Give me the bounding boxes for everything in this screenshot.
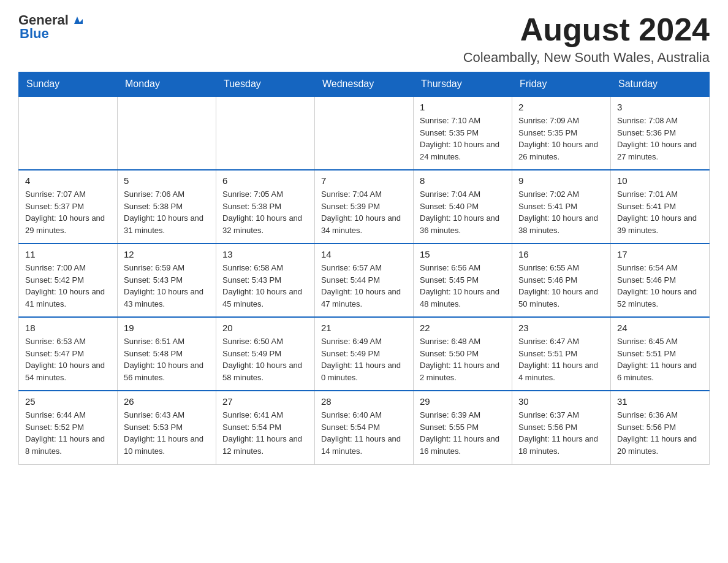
day-number: 31 [617, 396, 703, 407]
calendar-cell: 23Sunrise: 6:47 AMSunset: 5:51 PMDayligh… [512, 317, 611, 391]
day-number: 17 [617, 249, 703, 259]
calendar-cell: 6Sunrise: 7:05 AMSunset: 5:38 PMDaylight… [216, 170, 315, 243]
calendar-cell: 13Sunrise: 6:58 AMSunset: 5:43 PMDayligh… [216, 243, 315, 317]
calendar-cell: 15Sunrise: 6:56 AMSunset: 5:45 PMDayligh… [414, 243, 512, 317]
day-number: 7 [321, 175, 407, 186]
calendar-cell: 9Sunrise: 7:02 AMSunset: 5:41 PMDaylight… [512, 170, 611, 243]
calendar-table: SundayMondayTuesdayWednesdayThursdayFrid… [18, 72, 710, 465]
logo-blue-text: Blue [20, 26, 49, 42]
day-number: 24 [617, 323, 703, 333]
day-number: 5 [124, 175, 210, 186]
day-number: 11 [25, 249, 111, 259]
day-info: Sunrise: 6:37 AMSunset: 5:56 PMDaylight:… [518, 409, 604, 457]
calendar-cell: 25Sunrise: 6:44 AMSunset: 5:52 PMDayligh… [19, 391, 118, 464]
day-info: Sunrise: 6:36 AMSunset: 5:56 PMDaylight:… [617, 409, 703, 457]
calendar-cell [216, 96, 315, 170]
day-info: Sunrise: 6:43 AMSunset: 5:53 PMDaylight:… [124, 409, 210, 457]
calendar-week-row: 18Sunrise: 6:53 AMSunset: 5:47 PMDayligh… [19, 317, 710, 391]
day-info: Sunrise: 6:56 AMSunset: 5:45 PMDaylight:… [420, 262, 506, 310]
day-info: Sunrise: 6:55 AMSunset: 5:46 PMDaylight:… [518, 262, 604, 310]
calendar-week-row: 25Sunrise: 6:44 AMSunset: 5:52 PMDayligh… [19, 391, 710, 464]
day-info: Sunrise: 7:02 AMSunset: 5:41 PMDaylight:… [518, 188, 604, 236]
calendar-cell: 3Sunrise: 7:08 AMSunset: 5:36 PMDaylight… [611, 96, 710, 170]
day-number: 1 [420, 102, 506, 112]
day-number: 3 [617, 102, 703, 112]
calendar-cell: 27Sunrise: 6:41 AMSunset: 5:54 PMDayligh… [216, 391, 315, 464]
calendar-cell: 22Sunrise: 6:48 AMSunset: 5:50 PMDayligh… [414, 317, 512, 391]
day-info: Sunrise: 7:06 AMSunset: 5:38 PMDaylight:… [124, 188, 210, 236]
weekday-header-tuesday: Tuesday [216, 72, 315, 97]
day-number: 22 [420, 323, 506, 333]
calendar-cell: 14Sunrise: 6:57 AMSunset: 5:44 PMDayligh… [315, 243, 414, 317]
calendar-cell: 29Sunrise: 6:39 AMSunset: 5:55 PMDayligh… [414, 391, 512, 464]
calendar-week-row: 11Sunrise: 7:00 AMSunset: 5:42 PMDayligh… [19, 243, 710, 317]
day-info: Sunrise: 7:09 AMSunset: 5:35 PMDaylight:… [518, 115, 604, 163]
calendar-cell: 31Sunrise: 6:36 AMSunset: 5:56 PMDayligh… [611, 391, 710, 464]
calendar-cell: 2Sunrise: 7:09 AMSunset: 5:35 PMDaylight… [512, 96, 611, 170]
day-info: Sunrise: 6:48 AMSunset: 5:50 PMDaylight:… [420, 335, 506, 383]
weekday-header-monday: Monday [118, 72, 216, 97]
calendar-cell [118, 96, 216, 170]
day-info: Sunrise: 6:58 AMSunset: 5:43 PMDaylight:… [222, 262, 308, 310]
calendar-week-row: 1Sunrise: 7:10 AMSunset: 5:35 PMDaylight… [19, 96, 710, 170]
weekday-header-wednesday: Wednesday [315, 72, 414, 97]
day-info: Sunrise: 6:59 AMSunset: 5:43 PMDaylight:… [124, 262, 210, 310]
day-info: Sunrise: 6:47 AMSunset: 5:51 PMDaylight:… [518, 335, 604, 383]
day-number: 6 [222, 175, 308, 186]
weekday-header-sunday: Sunday [19, 72, 118, 97]
day-info: Sunrise: 6:45 AMSunset: 5:51 PMDaylight:… [617, 335, 703, 383]
day-number: 20 [222, 323, 308, 333]
day-number: 15 [420, 249, 506, 259]
day-info: Sunrise: 7:08 AMSunset: 5:36 PMDaylight:… [617, 115, 703, 163]
day-info: Sunrise: 6:57 AMSunset: 5:44 PMDaylight:… [321, 262, 407, 310]
calendar-cell: 17Sunrise: 6:54 AMSunset: 5:46 PMDayligh… [611, 243, 710, 317]
day-number: 13 [222, 249, 308, 259]
calendar-cell [19, 96, 118, 170]
day-number: 14 [321, 249, 407, 259]
weekday-header-saturday: Saturday [611, 72, 710, 97]
day-info: Sunrise: 7:04 AMSunset: 5:39 PMDaylight:… [321, 188, 407, 236]
day-number: 19 [124, 323, 210, 333]
day-number: 4 [25, 175, 111, 186]
calendar-cell: 7Sunrise: 7:04 AMSunset: 5:39 PMDaylight… [315, 170, 414, 243]
day-info: Sunrise: 6:39 AMSunset: 5:55 PMDaylight:… [420, 409, 506, 457]
day-info: Sunrise: 7:07 AMSunset: 5:37 PMDaylight:… [25, 188, 111, 236]
day-number: 10 [617, 175, 703, 186]
calendar-cell: 18Sunrise: 6:53 AMSunset: 5:47 PMDayligh… [19, 317, 118, 391]
calendar-cell: 16Sunrise: 6:55 AMSunset: 5:46 PMDayligh… [512, 243, 611, 317]
calendar-cell: 11Sunrise: 7:00 AMSunset: 5:42 PMDayligh… [19, 243, 118, 317]
day-info: Sunrise: 6:44 AMSunset: 5:52 PMDaylight:… [25, 409, 111, 457]
day-number: 29 [420, 396, 506, 407]
calendar-cell: 12Sunrise: 6:59 AMSunset: 5:43 PMDayligh… [118, 243, 216, 317]
day-number: 18 [25, 323, 111, 333]
month-title: August 2024 [463, 12, 710, 47]
calendar-cell: 28Sunrise: 6:40 AMSunset: 5:54 PMDayligh… [315, 391, 414, 464]
day-info: Sunrise: 6:41 AMSunset: 5:54 PMDaylight:… [222, 409, 308, 457]
day-number: 9 [518, 175, 604, 186]
day-info: Sunrise: 7:00 AMSunset: 5:42 PMDaylight:… [25, 262, 111, 310]
calendar-cell [315, 96, 414, 170]
calendar-cell: 24Sunrise: 6:45 AMSunset: 5:51 PMDayligh… [611, 317, 710, 391]
day-number: 27 [222, 396, 308, 407]
calendar-cell: 26Sunrise: 6:43 AMSunset: 5:53 PMDayligh… [118, 391, 216, 464]
calendar-week-row: 4Sunrise: 7:07 AMSunset: 5:37 PMDaylight… [19, 170, 710, 243]
calendar-cell: 20Sunrise: 6:50 AMSunset: 5:49 PMDayligh… [216, 317, 315, 391]
day-number: 26 [124, 396, 210, 407]
calendar-cell: 5Sunrise: 7:06 AMSunset: 5:38 PMDaylight… [118, 170, 216, 243]
calendar-cell: 1Sunrise: 7:10 AMSunset: 5:35 PMDaylight… [414, 96, 512, 170]
day-number: 8 [420, 175, 506, 186]
day-info: Sunrise: 7:05 AMSunset: 5:38 PMDaylight:… [222, 188, 308, 236]
calendar-cell: 10Sunrise: 7:01 AMSunset: 5:41 PMDayligh… [611, 170, 710, 243]
day-number: 23 [518, 323, 604, 333]
day-number: 21 [321, 323, 407, 333]
day-number: 25 [25, 396, 111, 407]
day-number: 2 [518, 102, 604, 112]
title-section: August 2024 Coleambally, New South Wales… [463, 12, 710, 66]
day-info: Sunrise: 7:04 AMSunset: 5:40 PMDaylight:… [420, 188, 506, 236]
calendar-cell: 30Sunrise: 6:37 AMSunset: 5:56 PMDayligh… [512, 391, 611, 464]
day-info: Sunrise: 7:10 AMSunset: 5:35 PMDaylight:… [420, 115, 506, 163]
calendar-cell: 21Sunrise: 6:49 AMSunset: 5:49 PMDayligh… [315, 317, 414, 391]
calendar-cell: 19Sunrise: 6:51 AMSunset: 5:48 PMDayligh… [118, 317, 216, 391]
calendar-cell: 8Sunrise: 7:04 AMSunset: 5:40 PMDaylight… [414, 170, 512, 243]
day-info: Sunrise: 6:40 AMSunset: 5:54 PMDaylight:… [321, 409, 407, 457]
